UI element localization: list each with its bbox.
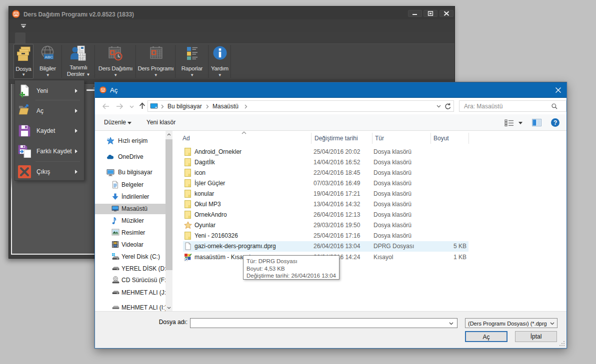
svg-text:ABC: ABC — [44, 55, 53, 59]
